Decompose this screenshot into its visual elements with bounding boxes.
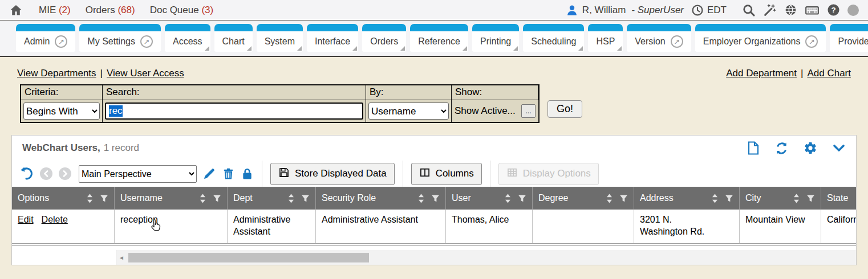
tab-interface[interactable]: Interface: [307, 24, 358, 52]
topbar-link-doc-queue[interactable]: Doc Queue (3): [150, 5, 214, 16]
perspective-select[interactable]: Main Perspective: [79, 165, 197, 183]
open-new-window-icon[interactable]: ↗: [805, 35, 818, 48]
display-options-button: Display Options: [498, 163, 599, 185]
tab-body: Chart: [214, 31, 253, 52]
help-icon[interactable]: ?: [827, 3, 840, 17]
sort-icon[interactable]: [711, 193, 719, 204]
column-header-dept[interactable]: Dept: [228, 187, 316, 210]
undo-icon[interactable]: [19, 166, 34, 181]
topbar-link-mie[interactable]: MIE (2): [39, 5, 71, 16]
tab-hsp[interactable]: HSP: [588, 24, 623, 52]
history-back-button[interactable]: [40, 167, 52, 180]
filter-funnel-icon[interactable]: [100, 194, 108, 203]
view-departments-link[interactable]: View Departments: [17, 68, 96, 79]
scroll-left-arrow-icon[interactable]: ◄: [116, 255, 127, 261]
tab-orders[interactable]: Orders: [362, 24, 406, 52]
tab-my-settings[interactable]: My Settings↗: [79, 24, 161, 52]
panel-header-icons: [747, 141, 846, 155]
column-header-state[interactable]: State: [821, 187, 857, 210]
tab-printing[interactable]: Printing: [472, 24, 519, 52]
tab-scheduling[interactable]: Scheduling: [523, 24, 584, 52]
tab-access[interactable]: Access: [165, 24, 210, 52]
filter-funnel-icon[interactable]: [725, 194, 733, 203]
filter-funnel-icon[interactable]: [806, 194, 815, 203]
filter-funnel-icon[interactable]: [619, 194, 628, 203]
delete-trash-icon[interactable]: [222, 167, 235, 180]
tab-employer-organizations[interactable]: Employer Organizations↗: [695, 24, 826, 52]
column-header-label: Security Role: [322, 193, 376, 203]
column-header-address[interactable]: Address: [634, 187, 740, 210]
lock-icon[interactable]: [241, 167, 254, 180]
tab-accent-bar: [214, 24, 253, 31]
sort-icon[interactable]: [793, 193, 800, 204]
filter-funnel-icon[interactable]: [213, 194, 221, 203]
tab-system[interactable]: System: [257, 24, 303, 52]
view-user-access-link[interactable]: View User Access: [107, 68, 184, 79]
show-active-value[interactable]: Show Active...: [455, 105, 516, 117]
open-new-window-icon[interactable]: ↗: [671, 35, 683, 48]
sort-icon[interactable]: [199, 193, 206, 204]
edit-link[interactable]: Edit: [18, 215, 34, 224]
tab-accent-bar: [588, 24, 623, 31]
criteria-select[interactable]: Begins With: [23, 102, 100, 120]
collapse-chevron-icon[interactable]: [832, 141, 846, 155]
edit-pencil-icon[interactable]: [202, 167, 216, 180]
scrollbar-thumb[interactable]: [128, 253, 369, 262]
column-header-username[interactable]: Username: [115, 187, 228, 210]
tab-accent-bar: [627, 24, 691, 31]
wand-icon[interactable]: [763, 3, 777, 17]
cell-state: California: [821, 210, 857, 243]
sort-icon[interactable]: [504, 193, 512, 204]
open-new-window-icon[interactable]: ↗: [140, 35, 153, 48]
horizontal-scrollbar[interactable]: ◄: [116, 250, 856, 265]
column-header-options[interactable]: Options: [12, 187, 115, 210]
record-count: 1 record: [104, 142, 139, 154]
menu-corner-icon: [617, 46, 622, 51]
tab-admin[interactable]: Admin↗: [16, 24, 75, 52]
filter-funnel-icon[interactable]: [301, 194, 310, 203]
go-button[interactable]: Go!: [547, 100, 582, 118]
topbar-link-label: Orders: [86, 5, 115, 15]
menu-corner-icon: [297, 46, 302, 51]
menu-corner-icon: [463, 46, 467, 51]
svg-text:?: ?: [831, 6, 835, 14]
tab-reference[interactable]: Reference: [410, 24, 468, 52]
column-header-city[interactable]: City: [740, 187, 821, 210]
tab-provider[interactable]: Provider: [830, 24, 868, 52]
column-header-user[interactable]: User: [446, 187, 533, 210]
sort-icon[interactable]: [606, 193, 613, 204]
search-input[interactable]: rec: [105, 102, 363, 120]
delete-link[interactable]: Delete: [42, 215, 68, 224]
topbar-link-orders[interactable]: Orders (68): [86, 5, 135, 16]
sort-icon[interactable]: [86, 193, 94, 204]
new-document-icon[interactable]: [747, 141, 760, 155]
tab-chart[interactable]: Chart: [214, 24, 253, 52]
column-header-degree[interactable]: Degree: [533, 187, 634, 210]
tab-label: Reference: [418, 36, 460, 47]
home-icon[interactable]: [9, 3, 23, 17]
keyboard-icon[interactable]: [805, 3, 820, 18]
user-name[interactable]: R, William: [582, 5, 626, 16]
sort-icon[interactable]: [417, 193, 425, 204]
filter-funnel-icon[interactable]: [518, 194, 526, 203]
clock-icon[interactable]: [691, 4, 704, 17]
columns-button[interactable]: Columns: [411, 163, 482, 185]
filter-funnel-icon[interactable]: [431, 194, 440, 203]
search-icon[interactable]: [742, 3, 756, 17]
show-more-button[interactable]: ...: [521, 104, 536, 118]
store-displayed-data-button[interactable]: Store Displayed Data: [270, 163, 395, 185]
add-department-link[interactable]: Add Department: [726, 68, 797, 79]
tab-version[interactable]: Version↗: [627, 24, 691, 52]
gear-icon[interactable]: [804, 141, 817, 155]
tab-accent-bar: [16, 24, 75, 31]
add-chart-link[interactable]: Add Chart: [807, 68, 851, 79]
column-header-security-role[interactable]: Security Role: [316, 187, 446, 210]
history-forward-button[interactable]: [59, 167, 71, 180]
refresh-icon[interactable]: [774, 141, 789, 155]
sort-icon[interactable]: [287, 193, 295, 204]
by-select[interactable]: Username: [368, 102, 449, 120]
open-new-window-icon[interactable]: ↗: [55, 35, 67, 48]
column-header-icons: [82, 193, 108, 204]
globe-icon[interactable]: [784, 3, 797, 17]
tab-accent-bar: [830, 24, 868, 31]
